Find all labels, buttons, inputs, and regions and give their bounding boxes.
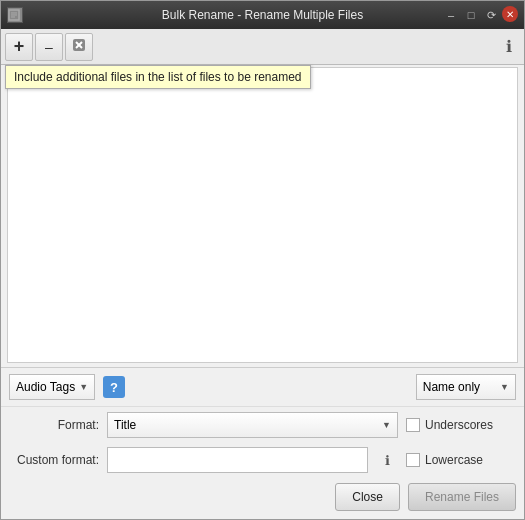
audio-tags-container: Audio Tags ▼	[9, 374, 95, 400]
clear-files-button[interactable]	[65, 33, 93, 61]
format-label: Format:	[9, 418, 99, 432]
name-only-container: Name only ▼	[416, 374, 516, 400]
minus-icon: –	[45, 39, 53, 55]
audio-tags-label: Audio Tags	[16, 380, 75, 394]
bottom-section: Audio Tags ▼ ? Name only ▼ Format: Title…	[1, 367, 524, 519]
rename-controls-row: Audio Tags ▼ ? Name only ▼	[1, 368, 524, 407]
clear-icon	[72, 38, 86, 55]
tooltip: Include additional files in the list of …	[5, 65, 311, 89]
lowercase-checkbox[interactable]	[406, 453, 420, 467]
lowercase-label: Lowercase	[425, 453, 483, 467]
close-window-button[interactable]: ✕	[502, 6, 518, 22]
info-icon: ℹ	[506, 37, 512, 56]
main-window: Bulk Rename - Rename Multiple Files – □ …	[0, 0, 525, 520]
name-only-select[interactable]: Name only ▼	[416, 374, 516, 400]
toolbar: + – ℹ Include additional files in the li…	[1, 29, 524, 65]
name-only-label: Name only	[423, 380, 480, 394]
help-button[interactable]: ?	[103, 376, 125, 398]
window-controls: – □ ⟳ ✕	[442, 6, 518, 24]
name-only-dropdown-arrow: ▼	[500, 382, 509, 392]
custom-info-icon: ℹ	[385, 453, 390, 468]
add-files-button[interactable]: +	[5, 33, 33, 61]
underscores-label: Underscores	[425, 418, 493, 432]
format-select[interactable]: Title ▼	[107, 412, 398, 438]
minimize-button[interactable]: –	[442, 6, 460, 24]
underscores-checkbox-item: Underscores	[406, 418, 516, 432]
format-dropdown-arrow: ▼	[382, 420, 391, 430]
maximize-button[interactable]: □	[462, 6, 480, 24]
lowercase-checkbox-container: Lowercase	[406, 453, 516, 467]
format-value: Title	[114, 418, 378, 432]
custom-format-row: Custom format: ℹ Lowercase	[1, 443, 524, 479]
add-icon: +	[14, 36, 25, 57]
close-button[interactable]: Close	[335, 483, 400, 511]
custom-format-info-button[interactable]: ℹ	[376, 449, 398, 471]
restore-button[interactable]: ⟳	[482, 6, 500, 24]
info-button[interactable]: ℹ	[498, 36, 520, 58]
custom-format-input[interactable]	[107, 447, 368, 473]
buttons-row: Close Rename Files	[1, 479, 524, 519]
titlebar: Bulk Rename - Rename Multiple Files – □ …	[1, 1, 524, 29]
remove-files-button[interactable]: –	[35, 33, 63, 61]
custom-format-label: Custom format:	[9, 453, 99, 467]
audio-tags-select[interactable]: Audio Tags ▼	[9, 374, 95, 400]
audio-tags-dropdown-arrow: ▼	[79, 382, 88, 392]
rename-files-button[interactable]: Rename Files	[408, 483, 516, 511]
file-list[interactable]	[7, 67, 518, 363]
app-icon	[7, 7, 23, 23]
lowercase-checkbox-item: Lowercase	[406, 453, 516, 467]
checkboxes-column: Underscores	[406, 418, 516, 432]
format-row: Format: Title ▼ Underscores	[1, 407, 524, 443]
underscores-checkbox[interactable]	[406, 418, 420, 432]
